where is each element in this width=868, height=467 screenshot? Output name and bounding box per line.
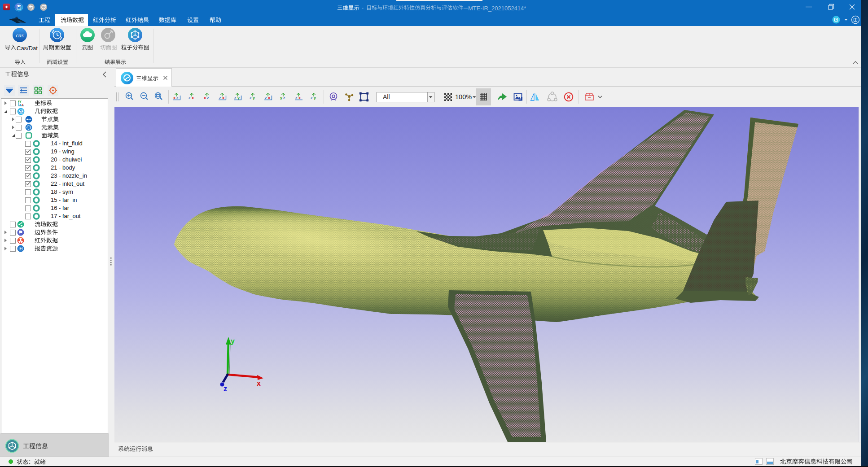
svg-text:y: y <box>231 337 235 345</box>
svg-text:y: y <box>253 96 255 100</box>
svg-text:y: y <box>237 96 240 100</box>
svg-text:x: x <box>22 103 24 106</box>
svg-text:z: z <box>311 96 313 100</box>
svg-text:x: x <box>173 96 175 100</box>
svg-text:z: z <box>295 96 298 100</box>
svg-text:x: x <box>257 380 261 387</box>
svg-text:z: z <box>176 96 179 100</box>
svg-text:x: x <box>192 96 194 100</box>
svg-text:x: x <box>222 96 224 100</box>
svg-text:z: z <box>234 96 237 100</box>
svg-text:z: z <box>207 96 209 100</box>
svg-text:x: x <box>298 96 301 100</box>
svg-text:z: z <box>219 96 221 100</box>
svg-text:z: z <box>265 96 267 100</box>
svg-text:z: z <box>250 96 252 100</box>
svg-text:x: x <box>268 96 270 100</box>
svg-text:y: y <box>280 96 282 100</box>
svg-text:cas: cas <box>16 32 23 39</box>
svg-text:z: z <box>189 96 191 100</box>
svg-text:y: y <box>314 96 316 100</box>
svg-text:x: x <box>204 96 206 100</box>
svg-text:z: z <box>283 96 285 100</box>
svg-text:z: z <box>224 385 227 393</box>
svg-text:Y: Y <box>19 100 22 103</box>
